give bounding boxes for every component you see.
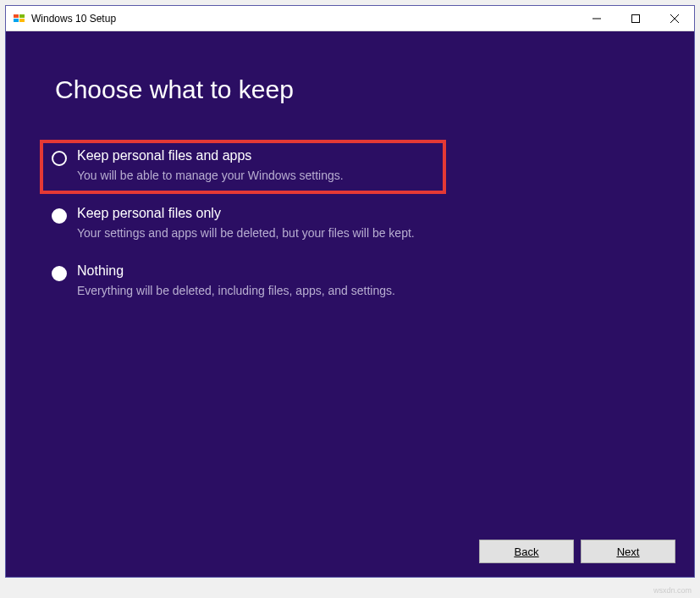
svg-rect-3 [19,19,25,22]
options-group: Keep personal files and apps You will be… [40,140,660,309]
radio-icon [52,208,67,224]
setup-window: Windows 10 Setup Choose what to keep Kee… [5,5,695,578]
radio-icon [52,266,67,281]
svg-rect-0 [14,14,19,18]
option-description: Everything will be deleted, including fi… [77,284,648,297]
svg-rect-5 [632,14,640,22]
svg-rect-1 [19,14,25,18]
option-nothing[interactable]: Nothing Everything will be deleted, incl… [40,255,660,309]
window-controls [577,6,694,31]
next-button[interactable]: Next [581,540,675,563]
option-description: Your settings and apps will be deleted, … [77,226,648,240]
option-keep-files-only[interactable]: Keep personal files only Your settings a… [40,197,660,252]
close-button[interactable] [655,6,694,31]
maximize-button[interactable] [616,6,655,31]
footer-buttons: Back Next [479,540,675,563]
option-label: Keep personal files only [77,206,648,221]
window-title: Windows 10 Setup [31,13,577,25]
radio-icon [52,151,67,166]
next-button-label: Next [617,545,640,558]
back-button-label: Back [515,545,539,558]
minimize-button[interactable] [577,6,616,31]
option-label: Nothing [77,263,648,279]
content-area: Choose what to keep Keep personal files … [6,31,694,577]
back-button[interactable]: Back [479,540,574,563]
svg-rect-2 [14,19,19,22]
page-title: Choose what to keep [55,75,660,104]
titlebar: Windows 10 Setup [6,6,694,31]
option-keep-files-apps[interactable]: Keep personal files and apps You will be… [40,140,446,194]
watermark: wsxdn.com [653,586,692,595]
option-label: Keep personal files and apps [77,148,434,163]
app-icon [13,12,26,25]
option-description: You will be able to manage your Windows … [77,169,434,182]
